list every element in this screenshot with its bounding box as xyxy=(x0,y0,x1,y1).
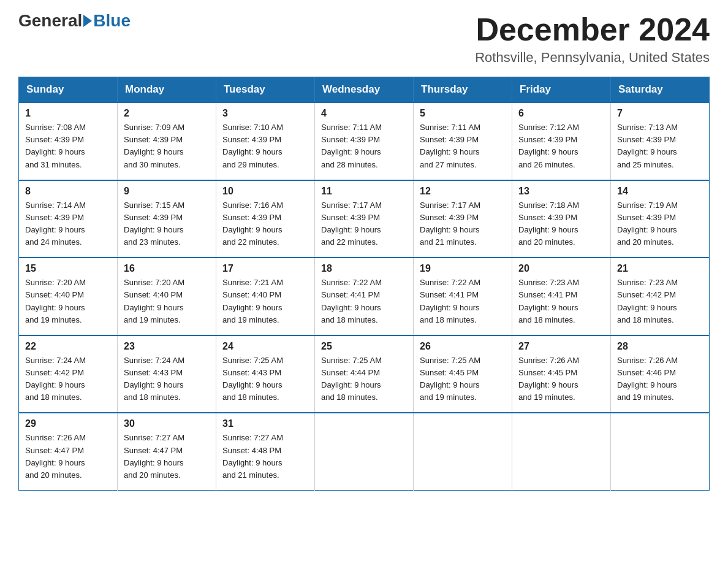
calendar-week-row: 8 Sunrise: 7:14 AMSunset: 4:39 PMDayligh… xyxy=(19,180,710,258)
calendar-week-row: 22 Sunrise: 7:24 AMSunset: 4:42 PMDaylig… xyxy=(19,335,710,413)
day-info: Sunrise: 7:14 AMSunset: 4:39 PMDaylight:… xyxy=(25,199,111,249)
weekday-header-tuesday: Tuesday xyxy=(216,77,315,103)
day-number: 10 xyxy=(222,186,308,197)
calendar-day-cell: 19 Sunrise: 7:22 AMSunset: 4:41 PMDaylig… xyxy=(414,258,512,335)
day-number: 11 xyxy=(321,186,407,197)
day-number: 22 xyxy=(25,341,111,352)
day-number: 21 xyxy=(617,263,703,274)
day-info: Sunrise: 7:12 AMSunset: 4:39 PMDaylight:… xyxy=(518,121,604,171)
weekday-header-monday: Monday xyxy=(118,77,216,103)
calendar-day-cell: 31 Sunrise: 7:27 AMSunset: 4:48 PMDaylig… xyxy=(216,413,315,490)
logo: General Blue xyxy=(18,12,131,29)
calendar-week-row: 1 Sunrise: 7:08 AMSunset: 4:39 PMDayligh… xyxy=(19,102,710,180)
calendar-day-cell: 8 Sunrise: 7:14 AMSunset: 4:39 PMDayligh… xyxy=(19,180,118,258)
day-number: 30 xyxy=(124,418,210,429)
day-info: Sunrise: 7:19 AMSunset: 4:39 PMDaylight:… xyxy=(617,199,703,249)
day-number: 1 xyxy=(25,108,111,119)
day-number: 14 xyxy=(617,186,703,197)
day-info: Sunrise: 7:18 AMSunset: 4:39 PMDaylight:… xyxy=(518,199,604,249)
calendar-day-cell: 4 Sunrise: 7:11 AMSunset: 4:39 PMDayligh… xyxy=(315,102,414,180)
calendar-day-cell: 12 Sunrise: 7:17 AMSunset: 4:39 PMDaylig… xyxy=(414,180,512,258)
calendar-day-cell: 29 Sunrise: 7:26 AMSunset: 4:47 PMDaylig… xyxy=(19,413,118,490)
day-info: Sunrise: 7:21 AMSunset: 4:40 PMDaylight:… xyxy=(222,277,308,326)
calendar-day-cell xyxy=(611,413,710,490)
day-info: Sunrise: 7:24 AMSunset: 4:42 PMDaylight:… xyxy=(25,354,111,404)
day-info: Sunrise: 7:16 AMSunset: 4:39 PMDaylight:… xyxy=(222,199,308,249)
day-info: Sunrise: 7:08 AMSunset: 4:39 PMDaylight:… xyxy=(25,121,111,171)
day-info: Sunrise: 7:15 AMSunset: 4:39 PMDaylight:… xyxy=(124,199,210,249)
day-info: Sunrise: 7:23 AMSunset: 4:42 PMDaylight:… xyxy=(617,277,703,326)
page-header: General Blue December 2024 Rothsville, P… xyxy=(18,12,710,66)
day-info: Sunrise: 7:26 AMSunset: 4:45 PMDaylight:… xyxy=(518,354,604,404)
day-number: 16 xyxy=(124,263,210,274)
calendar-day-cell: 25 Sunrise: 7:25 AMSunset: 4:44 PMDaylig… xyxy=(315,335,414,413)
day-number: 24 xyxy=(222,341,308,352)
calendar-day-cell: 18 Sunrise: 7:22 AMSunset: 4:41 PMDaylig… xyxy=(315,258,414,335)
day-number: 18 xyxy=(321,263,407,274)
calendar-week-row: 15 Sunrise: 7:20 AMSunset: 4:40 PMDaylig… xyxy=(19,258,710,335)
calendar-day-cell: 13 Sunrise: 7:18 AMSunset: 4:39 PMDaylig… xyxy=(512,180,611,258)
location-title: Rothsville, Pennsylvania, United States xyxy=(475,50,710,66)
day-number: 8 xyxy=(25,186,111,197)
day-info: Sunrise: 7:20 AMSunset: 4:40 PMDaylight:… xyxy=(25,277,111,326)
day-info: Sunrise: 7:26 AMSunset: 4:46 PMDaylight:… xyxy=(617,354,703,404)
title-area: December 2024 Rothsville, Pennsylvania, … xyxy=(475,12,710,66)
day-number: 15 xyxy=(25,263,111,274)
day-number: 2 xyxy=(124,108,210,119)
calendar-day-cell: 15 Sunrise: 7:20 AMSunset: 4:40 PMDaylig… xyxy=(19,258,118,335)
day-number: 5 xyxy=(420,108,506,119)
calendar-table: SundayMondayTuesdayWednesdayThursdayFrid… xyxy=(18,77,710,491)
day-info: Sunrise: 7:09 AMSunset: 4:39 PMDaylight:… xyxy=(124,121,210,171)
calendar-day-cell: 7 Sunrise: 7:13 AMSunset: 4:39 PMDayligh… xyxy=(611,102,710,180)
calendar-day-cell: 17 Sunrise: 7:21 AMSunset: 4:40 PMDaylig… xyxy=(216,258,315,335)
day-number: 23 xyxy=(124,341,210,352)
day-info: Sunrise: 7:22 AMSunset: 4:41 PMDaylight:… xyxy=(321,277,407,326)
day-info: Sunrise: 7:27 AMSunset: 4:47 PMDaylight:… xyxy=(124,432,210,481)
day-info: Sunrise: 7:24 AMSunset: 4:43 PMDaylight:… xyxy=(124,354,210,404)
day-info: Sunrise: 7:10 AMSunset: 4:39 PMDaylight:… xyxy=(222,121,308,171)
day-number: 4 xyxy=(321,108,407,119)
logo-blue-text: Blue xyxy=(93,12,131,29)
day-info: Sunrise: 7:11 AMSunset: 4:39 PMDaylight:… xyxy=(321,121,407,171)
calendar-day-cell: 16 Sunrise: 7:20 AMSunset: 4:40 PMDaylig… xyxy=(118,258,216,335)
calendar-day-cell: 22 Sunrise: 7:24 AMSunset: 4:42 PMDaylig… xyxy=(19,335,118,413)
logo-general-text: General xyxy=(18,12,82,29)
calendar-day-cell: 28 Sunrise: 7:26 AMSunset: 4:46 PMDaylig… xyxy=(611,335,710,413)
calendar-day-cell: 30 Sunrise: 7:27 AMSunset: 4:47 PMDaylig… xyxy=(118,413,216,490)
day-info: Sunrise: 7:25 AMSunset: 4:44 PMDaylight:… xyxy=(321,354,407,404)
logo-arrow-icon xyxy=(83,15,92,27)
weekday-header-sunday: Sunday xyxy=(19,77,118,103)
calendar-day-cell: 2 Sunrise: 7:09 AMSunset: 4:39 PMDayligh… xyxy=(118,102,216,180)
calendar-day-cell: 27 Sunrise: 7:26 AMSunset: 4:45 PMDaylig… xyxy=(512,335,611,413)
day-info: Sunrise: 7:13 AMSunset: 4:39 PMDaylight:… xyxy=(617,121,703,171)
day-number: 20 xyxy=(518,263,604,274)
day-number: 25 xyxy=(321,341,407,352)
calendar-day-cell: 20 Sunrise: 7:23 AMSunset: 4:41 PMDaylig… xyxy=(512,258,611,335)
day-number: 27 xyxy=(518,341,604,352)
calendar-day-cell: 21 Sunrise: 7:23 AMSunset: 4:42 PMDaylig… xyxy=(611,258,710,335)
calendar-day-cell: 9 Sunrise: 7:15 AMSunset: 4:39 PMDayligh… xyxy=(118,180,216,258)
day-info: Sunrise: 7:27 AMSunset: 4:48 PMDaylight:… xyxy=(222,432,308,481)
day-info: Sunrise: 7:17 AMSunset: 4:39 PMDaylight:… xyxy=(420,199,506,249)
calendar-day-cell: 11 Sunrise: 7:17 AMSunset: 4:39 PMDaylig… xyxy=(315,180,414,258)
day-number: 7 xyxy=(617,108,703,119)
day-info: Sunrise: 7:11 AMSunset: 4:39 PMDaylight:… xyxy=(420,121,506,171)
calendar-day-cell: 3 Sunrise: 7:10 AMSunset: 4:39 PMDayligh… xyxy=(216,102,315,180)
calendar-day-cell xyxy=(512,413,611,490)
day-info: Sunrise: 7:25 AMSunset: 4:45 PMDaylight:… xyxy=(420,354,506,404)
month-title: December 2024 xyxy=(475,12,710,47)
day-info: Sunrise: 7:23 AMSunset: 4:41 PMDaylight:… xyxy=(518,277,604,326)
calendar-day-cell: 14 Sunrise: 7:19 AMSunset: 4:39 PMDaylig… xyxy=(611,180,710,258)
day-number: 13 xyxy=(518,186,604,197)
calendar-day-cell xyxy=(315,413,414,490)
calendar-day-cell: 26 Sunrise: 7:25 AMSunset: 4:45 PMDaylig… xyxy=(414,335,512,413)
calendar-day-cell: 6 Sunrise: 7:12 AMSunset: 4:39 PMDayligh… xyxy=(512,102,611,180)
calendar-day-cell: 10 Sunrise: 7:16 AMSunset: 4:39 PMDaylig… xyxy=(216,180,315,258)
day-number: 19 xyxy=(420,263,506,274)
day-number: 12 xyxy=(420,186,506,197)
day-number: 17 xyxy=(222,263,308,274)
calendar-day-cell: 23 Sunrise: 7:24 AMSunset: 4:43 PMDaylig… xyxy=(118,335,216,413)
day-info: Sunrise: 7:20 AMSunset: 4:40 PMDaylight:… xyxy=(124,277,210,326)
calendar-day-cell xyxy=(414,413,512,490)
weekday-header-saturday: Saturday xyxy=(611,77,710,103)
